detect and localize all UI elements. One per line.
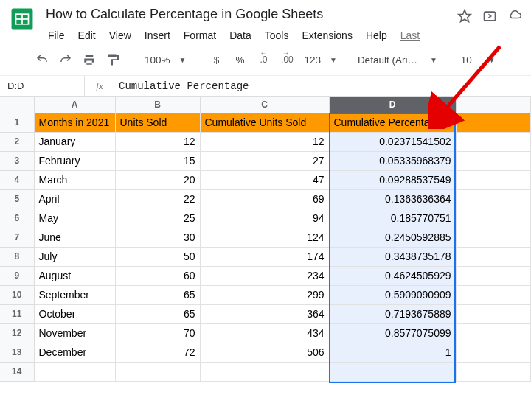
sheets-logo[interactable]: [7, 4, 37, 34]
cell[interactable]: [456, 151, 531, 170]
cell[interactable]: 364: [200, 304, 329, 323]
cell[interactable]: 94: [200, 209, 329, 228]
cell[interactable]: 47: [200, 170, 329, 189]
cell[interactable]: [456, 113, 531, 132]
cell[interactable]: 0.4624505929: [329, 266, 456, 285]
cell[interactable]: 0.5909090909: [329, 285, 456, 304]
cell[interactable]: [456, 247, 531, 266]
cell[interactable]: 12: [200, 132, 329, 151]
increase-decimal-button[interactable]: .00→: [277, 50, 296, 69]
cell[interactable]: Units Sold: [115, 113, 200, 132]
more-formats-button[interactable]: 123▼: [301, 55, 338, 66]
cell[interactable]: 50: [115, 247, 200, 266]
cell[interactable]: 506: [200, 343, 329, 362]
cell[interactable]: [456, 266, 531, 285]
menu-edit[interactable]: Edit: [72, 27, 103, 44]
cell[interactable]: 234: [200, 266, 329, 285]
row-header[interactable]: 4: [0, 170, 34, 189]
menu-help[interactable]: Help: [359, 27, 394, 44]
undo-button[interactable]: [32, 50, 52, 69]
row-header[interactable]: 9: [0, 266, 34, 285]
cell[interactable]: [456, 285, 531, 304]
cell[interactable]: Cumulative Units Sold: [200, 113, 329, 132]
cell[interactable]: [456, 209, 531, 228]
cell[interactable]: [456, 189, 531, 209]
decrease-decimal-button[interactable]: .0←: [254, 50, 273, 69]
cell[interactable]: October: [34, 304, 115, 323]
cell[interactable]: [34, 362, 115, 381]
cell[interactable]: [115, 362, 200, 381]
cell[interactable]: 25: [115, 209, 200, 228]
cell[interactable]: November: [34, 323, 115, 343]
cell[interactable]: July: [34, 247, 115, 266]
cell[interactable]: June: [34, 228, 115, 247]
cell[interactable]: [456, 228, 531, 247]
cell[interactable]: [456, 170, 531, 189]
cell[interactable]: 0.2450592885: [329, 228, 456, 247]
cell[interactable]: 12: [115, 132, 200, 151]
cell[interactable]: 65: [115, 285, 200, 304]
cell[interactable]: December: [34, 343, 115, 362]
menu-last-edit[interactable]: Last: [394, 27, 426, 44]
row-header[interactable]: 6: [0, 209, 34, 228]
cell[interactable]: [456, 323, 531, 343]
cell[interactable]: 0.02371541502: [329, 132, 456, 151]
cell[interactable]: August: [34, 266, 115, 285]
print-button[interactable]: [80, 50, 99, 69]
menu-extensions[interactable]: Extensions: [295, 27, 358, 44]
name-box[interactable]: D:D: [0, 76, 85, 96]
row-header[interactable]: 12: [0, 323, 34, 343]
row-header[interactable]: 14: [0, 362, 34, 381]
row-header[interactable]: 5: [0, 189, 34, 209]
menu-file[interactable]: File: [41, 27, 72, 44]
format-percent-button[interactable]: %: [230, 50, 249, 69]
cell[interactable]: [456, 132, 531, 151]
menu-data[interactable]: Data: [223, 27, 258, 44]
cell[interactable]: April: [34, 189, 115, 209]
cell[interactable]: 30: [115, 228, 200, 247]
menu-format[interactable]: Format: [177, 27, 223, 44]
cell[interactable]: 22: [115, 189, 200, 209]
cell[interactable]: [456, 304, 531, 323]
cell[interactable]: 70: [115, 323, 200, 343]
cell[interactable]: September: [34, 285, 115, 304]
formula-input[interactable]: Cumulative Percentage: [114, 80, 531, 92]
cloud-status-icon[interactable]: [507, 9, 522, 24]
cell[interactable]: 15: [115, 151, 200, 170]
format-currency-button[interactable]: $: [206, 50, 226, 69]
cell[interactable]: 65: [115, 304, 200, 323]
cell[interactable]: 72: [115, 343, 200, 362]
cell[interactable]: 20: [115, 170, 200, 189]
doc-title[interactable]: How to Calculate Percentage in Google Sh…: [41, 4, 426, 25]
redo-button[interactable]: [56, 50, 75, 69]
menu-view[interactable]: View: [103, 27, 138, 44]
zoom-select[interactable]: 100%▼: [142, 55, 187, 66]
cell[interactable]: January: [34, 132, 115, 151]
row-header[interactable]: 3: [0, 151, 34, 170]
row-header[interactable]: 13: [0, 343, 34, 362]
cell[interactable]: March: [34, 170, 115, 189]
cell[interactable]: 27: [200, 151, 329, 170]
cell[interactable]: [329, 362, 456, 381]
cell[interactable]: 0.09288537549: [329, 170, 456, 189]
cell[interactable]: Months in 2021: [34, 113, 115, 132]
cell[interactable]: [200, 362, 329, 381]
cell[interactable]: 0.8577075099: [329, 323, 456, 343]
col-header-C[interactable]: C: [200, 97, 329, 113]
select-all-corner[interactable]: [0, 97, 34, 113]
row-header[interactable]: 7: [0, 228, 34, 247]
cell[interactable]: [456, 362, 531, 381]
cell[interactable]: 0.05335968379: [329, 151, 456, 170]
cell[interactable]: 0.7193675889: [329, 304, 456, 323]
cell[interactable]: 174: [200, 247, 329, 266]
col-header-overflow[interactable]: [456, 97, 531, 113]
row-header[interactable]: 10: [0, 285, 34, 304]
col-header-A[interactable]: A: [34, 97, 115, 113]
cell[interactable]: February: [34, 151, 115, 170]
cell[interactable]: 124: [200, 228, 329, 247]
row-header[interactable]: 11: [0, 304, 34, 323]
cell[interactable]: 60: [115, 266, 200, 285]
cell[interactable]: Cumulative Percentage: [329, 113, 456, 132]
cell[interactable]: 69: [200, 189, 329, 209]
cell[interactable]: 1: [329, 343, 456, 362]
